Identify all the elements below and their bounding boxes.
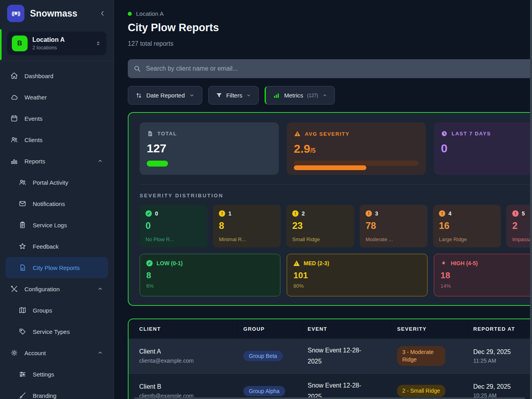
snowmass-logo-icon: ((❄)) [7,5,24,22]
sidebar-item-configuration[interactable]: Configuration [6,278,108,300]
severity-distribution-title: SEVERITY DISTRIBUTION [140,193,532,199]
kpi-avg-value: 2.9/5 [294,142,419,155]
client-name: Client A [139,348,232,355]
chevron-up-icon [97,350,103,356]
star-icon [19,242,26,250]
column-header-reported-at[interactable]: REPORTED AT [468,319,532,339]
chevron-up-icon [97,158,103,164]
severity-card-4: !4 16 Large Ridge [433,205,501,247]
sidebar-nav: Dashboard Weather Events Clients Reports… [0,61,114,399]
sliders-icon [19,370,26,378]
users-icon [10,136,18,144]
paintbrush-icon [19,392,26,399]
summary-low-card: ✓ LOW (0-1) 8 6% [140,254,280,296]
sidebar-item-portal-activity[interactable]: Portal Activity [6,172,108,193]
date-reported-sort-button[interactable]: Date Reported [128,86,202,105]
users-icon [19,178,26,186]
clipboard-icon [19,221,26,229]
flame-icon [441,260,447,266]
sidebar-item-events[interactable]: Events [6,108,108,129]
chevron-left-icon [99,9,106,17]
gear-icon [10,349,18,357]
vertical-scrollbar[interactable] [530,0,532,399]
metrics-panel: TOTAL 127 AVG SEVERITY 2.9/5 LAST 7 DAYS [128,112,532,306]
metrics-toggle-button[interactable]: Metrics (127) [265,86,334,105]
sidebar-item-notifications[interactable]: Notifications [6,193,108,214]
sidebar-collapse-button[interactable] [99,9,106,17]
sidebar-item-dashboard[interactable]: Dashboard [6,65,108,86]
calendar-icon [10,114,18,122]
table-header: CLIENT GROUP EVENT SEVERITY REPORTED AT [129,319,532,339]
sidebar-item-branding[interactable]: Branding [6,385,108,399]
toolbar: Date Reported Filters Metrics (127) [128,86,532,105]
main-content: Location A City Plow Reports 127 total r… [114,0,532,399]
location-selector[interactable]: B Location A 2 locations [7,32,106,55]
chevron-down-icon [246,93,251,98]
column-header-event[interactable]: EVENT [302,319,392,339]
kpi-avg-severity-card: AVG SEVERITY 2.9/5 [287,122,426,175]
severity-card-5: !5 2 Impassable [506,205,532,247]
chevron-up-down-icon [95,40,102,47]
funnel-icon [216,92,222,99]
client-name: Client B [139,383,232,390]
event-name: Snow Event 12-28-2025 [308,345,374,367]
search-icon [133,65,141,73]
event-name: Snow Event 12-28-2025 [308,380,374,399]
table-row[interactable]: Client A clienta@example.com Group Beta … [129,339,532,373]
location-name: Location A [32,36,65,43]
sidebar-item-weather[interactable]: Weather [6,86,108,108]
group-badge: Group Alpha [243,386,285,396]
sidebar: ((❄)) Snowmass B Location A 2 locations … [0,0,114,399]
sidebar-item-city-plow-reports[interactable]: City Plow Reports [6,257,108,278]
online-dot-icon [128,12,132,16]
sidebar-item-reports[interactable]: Reports [6,150,108,172]
search-input[interactable] [146,65,532,72]
group-badge: Group Beta [243,351,283,361]
chevron-up-icon [322,93,327,98]
avg-severity-progress-fill [294,165,366,170]
sidebar-item-service-logs[interactable]: Service Logs [6,214,108,236]
clock-icon [441,130,448,137]
sidebar-item-clients[interactable]: Clients [6,129,108,150]
panel-divider [140,184,532,185]
metrics-count: (127) [307,93,318,98]
tools-icon [10,285,18,293]
sidebar-item-settings[interactable]: Settings [6,363,108,385]
sidebar-item-feedback[interactable]: Feedback [6,236,108,257]
severity-card-3: !3 78 Moderate ... [360,205,427,247]
document-icon [147,130,153,137]
total-reports-subtitle: 127 total reports [128,40,532,47]
location-chip-label: Location A [136,10,164,17]
kpi-last7-value: 0 [441,142,532,155]
alert-circle-icon: ! [512,210,519,217]
sidebar-item-service-types[interactable]: Service Types [6,321,108,342]
severity-card-1: !1 8 Minimal R... [213,205,281,247]
cloud-icon [10,93,18,101]
kpi-total-value: 127 [147,142,272,155]
kpi-last-7-days-card: LAST 7 DAYS 0 [434,122,532,175]
column-header-severity[interactable]: SEVERITY [392,319,468,339]
app-title: Snowmass [30,8,93,19]
reports-table: CLIENT GROUP EVENT SEVERITY REPORTED AT … [128,318,532,399]
warning-triangle-icon [294,130,301,137]
column-header-client[interactable]: CLIENT [129,319,238,339]
kpi-row: TOTAL 127 AVG SEVERITY 2.9/5 LAST 7 DAYS [140,122,532,175]
sidebar-item-groups[interactable]: Groups [6,300,108,321]
table-row[interactable]: Client B clientb@example.com Group Alpha… [129,373,532,399]
search-bar [128,59,532,78]
severity-card-0: ✓0 0 No Plow R... [140,205,207,247]
horizontal-scrollbar[interactable] [134,397,525,399]
check-circle-icon: ✓ [146,210,152,217]
filters-button[interactable]: Filters [208,86,259,105]
active-location-accent-bar [0,29,2,60]
metrics-bars-icon [273,92,280,99]
map-icon [19,306,26,314]
envelope-icon [19,200,26,208]
reported-date: Dec 29, 2025 [473,383,532,390]
column-header-group[interactable]: GROUP [238,319,302,339]
sidebar-item-account[interactable]: Account [6,342,108,363]
file-chart-icon [19,264,26,272]
check-circle-icon: ✓ [146,260,153,266]
client-email: clienta@example.com [139,358,232,364]
page-title: City Plow Reports [128,22,532,34]
